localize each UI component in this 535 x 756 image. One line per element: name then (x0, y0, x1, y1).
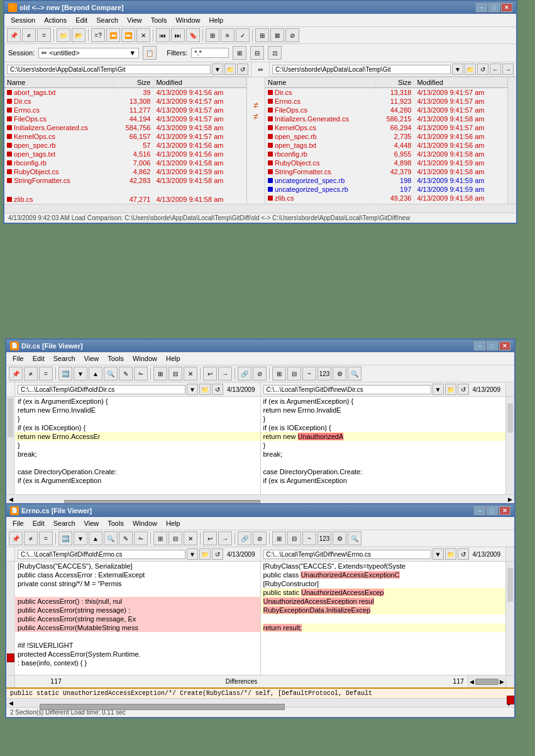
errno-menu-search[interactable]: Search (50, 518, 79, 528)
dir-tb-tilde[interactable]: ~ (302, 367, 316, 381)
table-row[interactable]: Initializers.Generated.cs 584,756 4/13/2… (4, 123, 246, 132)
dir-menu-file[interactable]: File (9, 353, 28, 364)
dir-hscroll-left[interactable]: ◀ (6, 496, 15, 503)
menu-view[interactable]: View (123, 15, 146, 25)
dir-tb-icon1[interactable]: 🔤 (58, 367, 72, 381)
close-button[interactable]: ✕ (501, 3, 512, 12)
errno-hscroll-left-btn[interactable]: ◀ (6, 700, 15, 706)
tb-compare[interactable]: ⊞ (255, 28, 269, 42)
dir-menu-view[interactable]: View (80, 353, 103, 364)
errno-right-refresh[interactable]: ↺ (458, 548, 469, 560)
bottom-scrollbar[interactable] (4, 204, 516, 213)
dir-tb-icon2[interactable]: ▼ (74, 367, 87, 381)
dir-menu-search[interactable]: Search (50, 353, 79, 364)
dir-tb-icon3[interactable]: ▲ (89, 367, 102, 381)
left-browse-btn[interactable]: 📁 (224, 64, 236, 75)
dir-tb-123[interactable]: 123 (317, 367, 331, 381)
dir-right-browse[interactable]: 📁 (445, 384, 456, 395)
dir-tb-link[interactable]: 🔗 (238, 367, 251, 381)
dir-left-dropdown[interactable]: ▼ (187, 384, 198, 395)
errno-tb-layout1[interactable]: ⊞ (272, 531, 286, 545)
dir-tb-copy[interactable]: ⊞ (153, 367, 167, 381)
errno-tb-cut[interactable]: ✁ (134, 531, 148, 545)
filters-btn2[interactable]: ⊟ (250, 46, 264, 60)
errno-menu-help[interactable]: Help (162, 518, 184, 528)
dir-tb-icon4[interactable]: 🔍 (104, 367, 118, 381)
menu-edit[interactable]: Edit (72, 15, 91, 25)
table-row[interactable]: Errno.cs 11,923 4/13/2009 9:41:57 am (265, 97, 507, 106)
errno-menu-file[interactable]: File (9, 518, 28, 528)
errno-left-dropdown[interactable]: ▼ (187, 548, 198, 560)
table-row[interactable]: StringFormatter.cs 42,379 4/13/2009 9:41… (265, 167, 507, 176)
tb-folder2[interactable]: 📂 (72, 28, 85, 42)
menu-help[interactable]: Help (206, 15, 228, 25)
errno-left-vscroll[interactable] (6, 562, 15, 675)
right-path-dropdown[interactable]: ▼ (452, 64, 463, 75)
table-row[interactable]: open_tags.txt 4,516 4/13/2009 9:41:56 am (4, 150, 246, 158)
errno-scroll-left-btn[interactable]: ◀ (470, 679, 474, 685)
dir-maximize[interactable]: □ (487, 342, 498, 350)
table-row[interactable]: open_spec.rb 57 4/13/2009 9:41:56 am (4, 141, 246, 150)
dir-left-refresh[interactable]: ↺ (212, 384, 223, 395)
table-row[interactable]: KernelOps.cs 66,157 4/13/2009 9:41:57 am (4, 132, 246, 141)
table-row[interactable]: Dir.cs 13,318 4/13/2009 9:41:57 am (265, 88, 507, 97)
tb-stop[interactable]: ⊘ (285, 28, 299, 42)
errno-tb-find[interactable]: 🔍 (104, 531, 118, 545)
dir-right-refresh[interactable]: ↺ (458, 384, 469, 395)
table-row[interactable]: RubyObject.cs 4,898 4/13/2009 9:41:59 am (265, 158, 507, 167)
tb-filter[interactable]: ⊞ (206, 28, 219, 42)
table-row[interactable]: uncategorized_spec.rb 198 4/13/2009 9:41… (265, 176, 507, 185)
errno-tb-up[interactable]: ▲ (89, 531, 102, 545)
tb-copy-left[interactable]: ⏪ (106, 28, 120, 42)
dir-tb-icon5[interactable]: ✎ (119, 367, 133, 381)
errno-menu-tools[interactable]: Tools (104, 518, 128, 528)
menu-window[interactable]: Window (172, 15, 204, 25)
dir-tb-del[interactable]: ✕ (184, 367, 197, 381)
errno-hscroll-right[interactable]: ◀ ▶ (468, 675, 505, 687)
errno-minimize[interactable]: ─ (474, 506, 485, 515)
errno-menu-view[interactable]: View (80, 518, 103, 528)
dir-tb-paste[interactable]: ⊟ (168, 367, 182, 381)
dir-menu-window[interactable]: Window (129, 353, 161, 364)
errno-tb-link[interactable]: 🔗 (238, 531, 251, 545)
dir-menu-tools[interactable]: Tools (104, 353, 128, 364)
errno-close[interactable]: ✕ (499, 506, 510, 515)
table-row[interactable]: StringFormatter.cs 42,283 4/13/2009 9:41… (4, 176, 246, 185)
table-row[interactable]: open_tags.txt 4,448 4/13/2009 9:41:56 am (265, 141, 507, 150)
errno-scroll-right-btn[interactable]: ▶ (500, 679, 504, 685)
errno-tb-zoom[interactable]: 🔍 (348, 531, 361, 545)
errno-tb-pin[interactable]: 📌 (9, 531, 23, 545)
filters-btn1[interactable]: ⊞ (233, 46, 246, 60)
menu-session[interactable]: Session (7, 15, 39, 25)
right-refresh-btn[interactable]: ↺ (477, 64, 488, 75)
menu-tools[interactable]: Tools (147, 15, 171, 25)
right-browse-btn[interactable]: 📁 (465, 64, 476, 75)
filters-btn3[interactable]: ⚖ (268, 46, 282, 60)
errno-tb-down[interactable]: ▼ (74, 531, 87, 545)
table-row[interactable]: Errno.cs 11,277 4/13/2009 9:41:57 am (4, 106, 246, 114)
errno-tb-linenum[interactable]: 123 (317, 531, 331, 545)
dir-menu-help[interactable]: Help (162, 353, 184, 364)
errno-tb-gear[interactable]: ⚙ (333, 531, 346, 545)
tb-pin[interactable]: 📌 (7, 28, 21, 42)
table-row[interactable]: rbconfig.rb 7,006 4/13/2009 9:41:58 am (4, 158, 246, 167)
errno-tb-redo[interactable]: → (218, 531, 232, 545)
errno-left-browse[interactable]: 📁 (199, 548, 211, 560)
menu-search[interactable]: Search (92, 15, 122, 25)
table-row[interactable]: zlib.cs 47,271 4/13/2009 9:41:58 am (4, 195, 246, 204)
tb-del[interactable]: ✕ (136, 28, 150, 42)
errno-right-browse[interactable]: 📁 (445, 548, 456, 560)
tb-compare2[interactable]: ⊠ (270, 28, 284, 42)
errno-right-dropdown[interactable]: ▼ (433, 548, 444, 560)
left-refresh-btn[interactable]: ↺ (237, 64, 248, 75)
dir-right-path[interactable] (263, 385, 431, 394)
minimize-button[interactable]: ─ (476, 3, 487, 12)
dir-tb-unlink[interactable]: ⊘ (253, 367, 267, 381)
errno-tb-ne[interactable]: ≠ (24, 531, 38, 545)
menu-actions[interactable]: Actions (40, 15, 70, 25)
session-dropdown[interactable]: ✏ <untitled> ▼ (38, 48, 139, 58)
table-row[interactable]: RubyObject.cs 4,862 4/13/2009 9:41:59 am (4, 167, 246, 176)
table-row[interactable]: KernelOps.cs 66,294 4/13/2009 9:41:57 am (265, 123, 507, 132)
errno-menu-edit[interactable]: Edit (29, 518, 48, 528)
right-scrollbar[interactable] (507, 77, 516, 204)
